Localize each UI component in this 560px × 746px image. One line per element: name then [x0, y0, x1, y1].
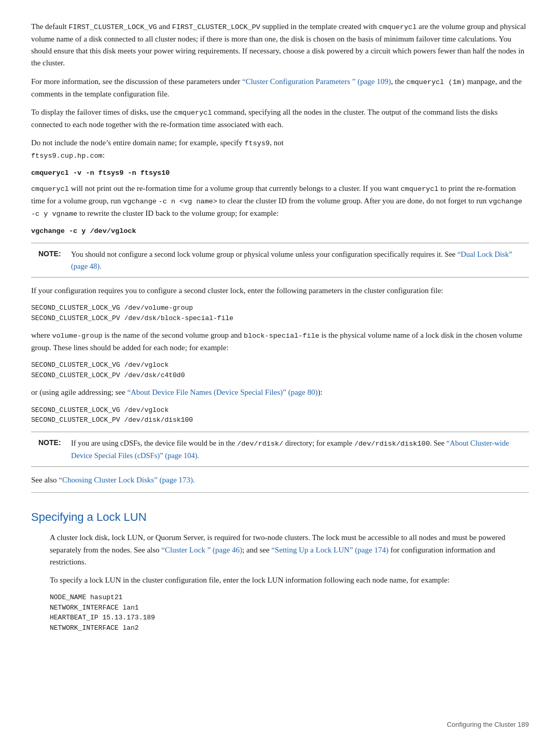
code-block-second-lock-2: SECOND_CLUSTER_LOCK_VG /dev/vglock SECON…	[31, 360, 529, 380]
note2-text-start: If you are using cDSFs, the device file …	[71, 439, 237, 447]
p1-code2: FIRST_CLUSTER_LOCK_PV	[172, 23, 260, 31]
p5-code1: cmquerycl	[31, 185, 69, 193]
section-divider	[31, 492, 529, 493]
p7-text-start: where	[31, 331, 52, 339]
p5-text-rest5: to rewrite the cluster ID back to the vo…	[77, 209, 278, 217]
code-line: SECOND_CLUSTER_LOCK_VG /dev/volume-group	[31, 303, 529, 313]
p5-code3: vgchange	[123, 198, 157, 205]
p1-text-mid1: and	[157, 22, 172, 31]
note2-label: NOTE:	[38, 437, 67, 448]
page-content: The default FIRST_CLUSTER_LOCK_VG and FI…	[31, 21, 529, 633]
paragraph-2: For more information, see the discussion…	[31, 76, 529, 100]
p1-text-rest: supplied in the template created with	[260, 22, 379, 31]
note2-code1: /dev/rdisk/	[237, 440, 283, 448]
p2-code2: (1m)	[444, 78, 465, 86]
p2-code1: cmquerycl	[407, 78, 444, 86]
p4-colon: :	[103, 151, 105, 159]
p10-text-mid: ; and see	[242, 546, 271, 554]
code-block-node-name: NODE_NAME hasupt21 NETWORK_INTERFACE lan…	[50, 592, 529, 633]
p1-code3: cmquerycl	[379, 23, 417, 31]
p3-code: cmquerycl	[174, 109, 212, 117]
p4-code1: ftsys9	[245, 140, 270, 147]
note2-text-mid: directory; for example	[283, 439, 354, 447]
code-line: HEARTBEAT_IP 15.13.173.189	[50, 613, 529, 623]
paragraph-4: Do not include the node’s entire domain …	[31, 137, 529, 162]
code-bold-vgchange: vgchange -c y /dev/vglock	[31, 226, 529, 237]
p1-text-start: The default	[31, 22, 68, 31]
p5-text-rest: will not print out the re-formation time…	[69, 184, 401, 192]
note2-code2: /dev/rdisk/disk100	[354, 440, 430, 448]
paragraph-5: cmquerycl will not print out the re-form…	[31, 183, 529, 220]
p4-text-mid: , not	[270, 139, 284, 147]
code-line: NODE_NAME hasupt21	[50, 592, 529, 603]
p4-code2: ftsys9.cup.hp.com	[31, 152, 103, 160]
paragraph-7: where volume-group is the name of the se…	[31, 329, 529, 354]
section-body: A cluster lock disk, lock LUN, or Quorum…	[50, 532, 529, 633]
p7-code1: volume-group	[52, 332, 102, 340]
p8-text-end: ):	[318, 388, 323, 396]
p1-code1: FIRST_CLUSTER_LOCK_VG	[68, 23, 157, 31]
code-line: SECOND_CLUSTER_LOCK_PV /dev/dsk/block-sp…	[31, 313, 529, 324]
paragraph-1: The default FIRST_CLUSTER_LOCK_VG and FI…	[31, 21, 529, 70]
p2-text-start: For more information, see the discussion…	[31, 77, 242, 86]
p9-text-start: See also	[31, 476, 59, 484]
note1-text: You should not configure a second lock v…	[71, 248, 522, 272]
note-box-2: NOTE: If you are using cDSFs, the device…	[31, 432, 529, 467]
page-footer: Configuring the Cluster 189	[447, 720, 529, 730]
code-line: NETWORK_INTERFACE lan1	[50, 603, 529, 613]
p7-text-mid: is the name of the second volume group a…	[103, 331, 244, 339]
code-line: SECOND_CLUSTER_LOCK_PV /dev/dsk/c4t0d0	[31, 370, 529, 381]
p2-text-mid: , the	[391, 77, 407, 86]
p10-link1[interactable]: “Cluster Lock ” (page 46)	[161, 546, 242, 554]
p5-code2: cmquerycl	[401, 185, 439, 193]
paragraph-8: or (using agile addressing; see “About D…	[31, 386, 529, 398]
code-line: NETWORK_INTERFACE lan2	[50, 623, 529, 633]
code-block-second-lock-3: SECOND_CLUSTER_LOCK_VG /dev/vglock SECON…	[31, 405, 529, 425]
p2-link[interactable]: “Cluster Configuration Parameters ” (pag…	[242, 77, 391, 86]
note1-text-body: You should not configure a second lock v…	[71, 250, 457, 258]
code-line: SECOND_CLUSTER_LOCK_VG /dev/vglock	[31, 405, 529, 416]
p9-link[interactable]: “Choosing Cluster Lock Disks” (page 173)…	[59, 476, 194, 484]
note1-label: NOTE:	[38, 248, 67, 259]
note2-text-end: . See	[430, 439, 446, 447]
section-heading-specifying-lock-lun: Specifying a Lock LUN	[31, 505, 529, 526]
p5-code4: -c n <vg name>	[159, 198, 217, 205]
code-block-second-lock-1: SECOND_CLUSTER_LOCK_VG /dev/volume-group…	[31, 303, 529, 323]
p8-text-start: or (using agile addressing; see	[31, 388, 127, 396]
paragraph-9: See also “Choosing Cluster Lock Disks” (…	[31, 474, 529, 486]
note2-text: If you are using cDSFs, the device file …	[71, 437, 522, 461]
paragraph-11: To specify a lock LUN in the cluster con…	[50, 574, 529, 586]
p3-text-start: To display the failover times of disks, …	[31, 108, 174, 116]
note-box-1: NOTE: You should not configure a second …	[31, 243, 529, 278]
paragraph-3: To display the failover times of disks, …	[31, 106, 529, 131]
p10-link2[interactable]: “Setting Up a Lock LUN” (page 174)	[271, 546, 388, 554]
code-bold-cmquerycl: cmquerycl -v -n ftsys9 -n ftsys10	[31, 168, 529, 178]
p5-text-rest4: to clear the cluster ID from the volume …	[217, 197, 488, 205]
p4-text-start: Do not include the node’s entire domain …	[31, 139, 245, 147]
p7-code2: block-special-file	[244, 332, 319, 340]
paragraph-10: A cluster lock disk, lock LUN, or Quorum…	[50, 532, 529, 568]
code-line: SECOND_CLUSTER_LOCK_PV /dev/disk/disk100	[31, 415, 529, 425]
paragraph-6: If your configuration requires you to co…	[31, 285, 529, 297]
code-line: SECOND_CLUSTER_LOCK_VG /dev/vglock	[31, 360, 529, 370]
p8-link[interactable]: “About Device File Names (Device Special…	[127, 388, 317, 396]
